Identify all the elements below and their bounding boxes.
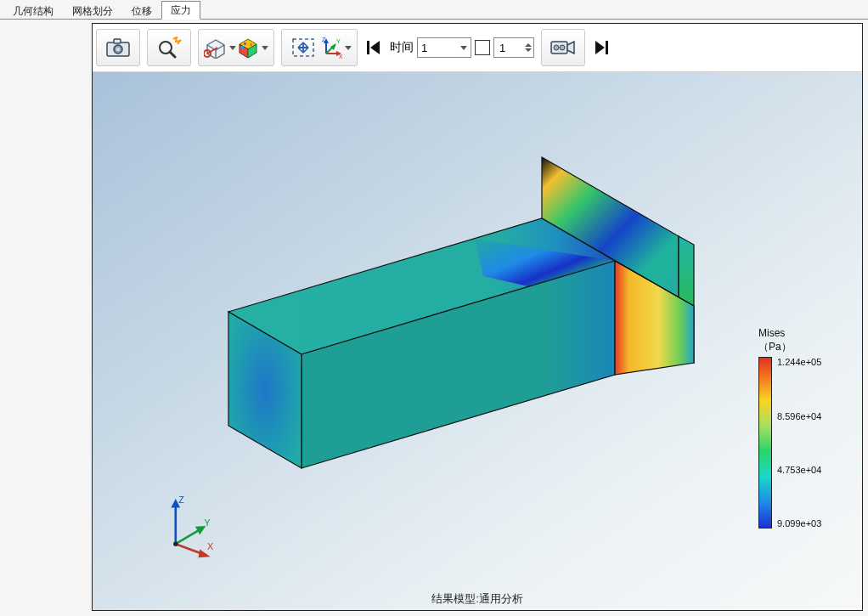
seek-end-button[interactable] bbox=[592, 32, 611, 63]
work-area: Z Y X 时间 bbox=[0, 20, 868, 616]
results-toolbar: Z Y X 时间 bbox=[93, 24, 862, 71]
app-root: 几何结构 网格划分 位移 应力 bbox=[0, 0, 868, 616]
axes-triad-icon: Z Y X bbox=[319, 37, 343, 59]
tool-group-zoom bbox=[147, 29, 191, 66]
svg-line-5 bbox=[170, 52, 175, 57]
svg-line-44 bbox=[176, 528, 201, 544]
seek-start-button[interactable] bbox=[364, 32, 383, 63]
time-select[interactable]: 1 bbox=[417, 37, 471, 58]
svg-text:Z: Z bbox=[322, 37, 326, 42]
svg-rect-15 bbox=[250, 43, 252, 46]
stop-button[interactable] bbox=[475, 40, 490, 55]
cube-transparency-icon bbox=[204, 37, 228, 59]
tool-group-record bbox=[541, 29, 585, 66]
legend-color-bar bbox=[758, 357, 772, 528]
legend-tick: 9.099e+03 bbox=[777, 518, 821, 528]
axis-z-label: Z bbox=[178, 494, 184, 505]
color-legend: Mises （Pa） 1.244e+05 8.596e+04 4.753e+04… bbox=[758, 327, 852, 528]
svg-rect-1 bbox=[114, 39, 121, 43]
svg-text:X: X bbox=[339, 54, 343, 59]
legend-tick: 4.753e+04 bbox=[777, 465, 821, 475]
chevron-down-icon bbox=[345, 46, 352, 50]
viewport-caption: 结果模型:通用分析 bbox=[431, 591, 523, 607]
tool-group-render bbox=[198, 29, 274, 66]
colormap-cube-icon bbox=[236, 37, 260, 59]
transparency-button[interactable] bbox=[204, 32, 236, 63]
fit-view-button[interactable] bbox=[287, 32, 319, 63]
video-camera-icon bbox=[550, 38, 576, 57]
svg-rect-13 bbox=[241, 46, 244, 48]
fea-model-render bbox=[135, 106, 781, 548]
tool-group-view: Z Y X bbox=[281, 29, 358, 66]
svg-point-30 bbox=[554, 45, 559, 50]
legend-tick: 8.596e+04 bbox=[777, 411, 821, 421]
time-label: 时间 bbox=[390, 40, 414, 55]
svg-point-31 bbox=[560, 45, 565, 50]
frame-spinner[interactable]: 1 bbox=[493, 37, 534, 58]
chevron-down-icon bbox=[229, 46, 236, 50]
svg-marker-27 bbox=[370, 41, 380, 54]
colormap-button[interactable] bbox=[236, 32, 268, 63]
snapshot-button[interactable] bbox=[102, 32, 134, 63]
svg-marker-29 bbox=[567, 42, 574, 54]
axis-x-label: X bbox=[207, 541, 213, 551]
svg-text:Y: Y bbox=[336, 38, 341, 44]
svg-rect-33 bbox=[606, 41, 608, 54]
svg-point-48 bbox=[173, 542, 178, 546]
orientation-button[interactable]: Z Y X bbox=[319, 32, 352, 63]
svg-rect-14 bbox=[244, 42, 246, 45]
legend-tick: 1.244e+05 bbox=[777, 357, 821, 367]
viewport-axis-triad: Z Y X bbox=[161, 491, 228, 559]
legend-ticks: 1.244e+05 8.596e+04 4.753e+04 9.099e+03 bbox=[777, 357, 821, 528]
tab-displacement[interactable]: 位移 bbox=[122, 2, 161, 20]
legend-title: Mises （Pa） bbox=[758, 327, 852, 353]
svg-point-3 bbox=[116, 48, 120, 51]
result-viewport[interactable]: Z Y X Mises （Pa） bbox=[93, 71, 862, 610]
legend-title-line2: （Pa） bbox=[758, 341, 852, 354]
results-panel: Z Y X 时间 bbox=[92, 23, 863, 611]
zoom-spark-icon bbox=[156, 37, 182, 59]
spinner-buttons[interactable] bbox=[525, 43, 532, 52]
svg-marker-32 bbox=[595, 41, 605, 54]
svg-rect-26 bbox=[367, 41, 369, 54]
legend-title-line1: Mises bbox=[758, 327, 852, 341]
seek-right-icon bbox=[594, 39, 609, 56]
zoom-button[interactable] bbox=[153, 32, 185, 63]
time-controls: 时间 1 1 bbox=[390, 30, 534, 65]
axis-y-label: Y bbox=[205, 517, 211, 528]
tool-group-capture bbox=[96, 29, 140, 66]
chevron-down-icon bbox=[262, 46, 268, 50]
camera-icon bbox=[106, 38, 130, 57]
chevron-down-icon bbox=[460, 46, 467, 50]
tab-geometry[interactable]: 几何结构 bbox=[3, 2, 63, 20]
time-select-value: 1 bbox=[421, 42, 427, 54]
results-tabstrip: 几何结构 网格划分 位移 应力 bbox=[0, 0, 868, 20]
frame-spinner-value: 1 bbox=[499, 42, 505, 54]
fit-view-icon bbox=[291, 37, 315, 58]
left-gutter bbox=[0, 20, 92, 616]
tab-stress[interactable]: 应力 bbox=[161, 1, 200, 20]
seek-left-icon bbox=[366, 39, 381, 56]
record-button[interactable] bbox=[547, 32, 579, 63]
tab-mesh[interactable]: 网格划分 bbox=[63, 2, 122, 20]
